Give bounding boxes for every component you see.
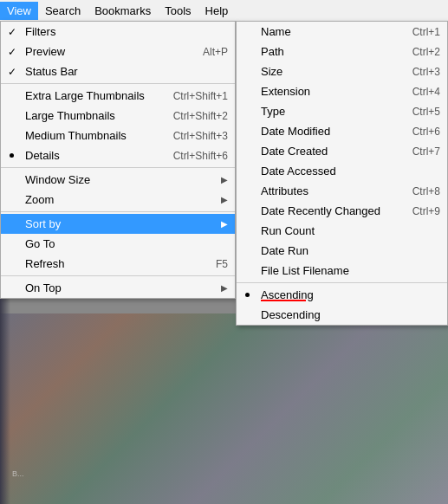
sort-item-path[interactable]: Path Ctrl+2	[237, 42, 447, 61]
menu-item-filters[interactable]: ✓ Filters	[1, 22, 235, 42]
sort-item-ascending[interactable]: Ascending	[237, 285, 447, 305]
sort-separator	[237, 282, 447, 283]
arrow-window-size: ▶	[221, 175, 228, 184]
menu-item-sort-by[interactable]: Sort by ▶	[1, 214, 235, 234]
sort-item-date-created[interactable]: Date Created Ctrl+7	[237, 141, 447, 161]
menu-item-goto[interactable]: Go To	[1, 234, 235, 254]
separator-3	[1, 211, 235, 212]
check-preview: ✓	[8, 46, 16, 58]
menu-item-large[interactable]: Large Thumbnails Ctrl+Shift+2	[1, 106, 235, 126]
check-filters: ✓	[8, 26, 16, 38]
sort-item-name[interactable]: Name Ctrl+1	[237, 22, 447, 42]
sort-item-date-recently-changed[interactable]: Date Recently Changed Ctrl+9	[237, 201, 447, 221]
separator-4	[1, 275, 235, 276]
menu-item-zoom[interactable]: Zoom ▶	[1, 190, 235, 210]
check-statusbar: ✓	[8, 66, 16, 78]
menubar-bookmarks[interactable]: Bookmarks	[88, 2, 158, 20]
sort-item-descending[interactable]: Descending	[237, 305, 447, 325]
menubar-tools[interactable]: Tools	[158, 2, 198, 20]
menu-item-extra-large[interactable]: Extra Large Thumbnails Ctrl+Shift+1	[1, 86, 235, 106]
separator-2	[1, 167, 235, 168]
dot-details	[10, 153, 14, 158]
sort-item-run-count[interactable]: Run Count	[237, 221, 447, 241]
sort-item-date-run[interactable]: Date Run	[237, 241, 447, 261]
arrow-zoom: ▶	[221, 195, 228, 204]
sort-submenu: Name Ctrl+1 Path Ctrl+2 Size Ctrl+3 Exte…	[236, 21, 448, 326]
sort-item-date-accessed[interactable]: Date Accessed	[237, 161, 447, 181]
menu-item-preview[interactable]: ✓ Preview Alt+P	[1, 42, 235, 61]
view-menu: ✓ Filters ✓ Preview Alt+P ✓ Status Bar E…	[0, 21, 236, 299]
dot-ascending	[245, 293, 250, 297]
menubar: View Search Bookmarks Tools Help	[0, 0, 448, 23]
separator-1	[1, 83, 235, 84]
sort-item-extension[interactable]: Extension Ctrl+4	[237, 81, 447, 101]
menu-item-refresh[interactable]: Refresh F5	[1, 254, 235, 274]
arrow-sort-by: ▶	[221, 219, 228, 229]
menu-item-window-size[interactable]: Window Size ▶	[1, 170, 235, 190]
sort-item-date-modified[interactable]: Date Modified Ctrl+6	[237, 121, 447, 141]
menubar-search[interactable]: Search	[38, 2, 88, 20]
sort-item-attributes[interactable]: Attributes Ctrl+8	[237, 181, 447, 201]
sort-item-file-list-filename[interactable]: File List Filename	[237, 261, 447, 281]
menubar-view[interactable]: View	[0, 2, 38, 20]
menu-item-medium[interactable]: Medium Thumbnails Ctrl+Shift+3	[1, 126, 235, 145]
sort-item-type[interactable]: Type Ctrl+5	[237, 101, 447, 121]
menu-item-on-top[interactable]: On Top ▶	[1, 278, 235, 298]
menu-item-statusbar[interactable]: ✓ Status Bar	[1, 61, 235, 81]
menu-item-details[interactable]: Details Ctrl+Shift+6	[1, 145, 235, 165]
menubar-help[interactable]: Help	[198, 2, 236, 20]
arrow-on-top: ▶	[221, 283, 228, 293]
sort-item-size[interactable]: Size Ctrl+3	[237, 61, 447, 81]
